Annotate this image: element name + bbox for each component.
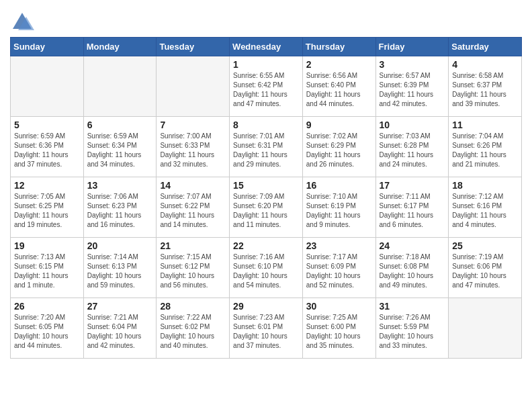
day-number: 21 <box>160 240 226 251</box>
calendar-cell: 9Sunrise: 7:02 AM Sunset: 6:29 PM Daylig… <box>302 117 375 177</box>
day-info: Sunrise: 6:56 AM Sunset: 6:40 PM Dayligh… <box>306 71 372 109</box>
day-number: 19 <box>14 240 80 251</box>
day-number: 24 <box>380 240 445 251</box>
calendar-cell: 11Sunrise: 7:04 AM Sunset: 6:26 PM Dayli… <box>449 117 522 177</box>
calendar-cell: 21Sunrise: 7:15 AM Sunset: 6:12 PM Dayli… <box>157 238 230 298</box>
weekday-header-tuesday: Tuesday <box>157 38 230 56</box>
day-number: 9 <box>306 120 372 130</box>
calendar-cell: 5Sunrise: 6:59 AM Sunset: 6:36 PM Daylig… <box>11 117 84 177</box>
calendar-cell: 4Sunrise: 6:58 AM Sunset: 6:37 PM Daylig… <box>449 56 522 117</box>
day-number: 17 <box>380 180 445 191</box>
calendar-cell: 2Sunrise: 6:56 AM Sunset: 6:40 PM Daylig… <box>302 56 375 117</box>
calendar-cell: 24Sunrise: 7:18 AM Sunset: 6:08 PM Dayli… <box>375 238 449 298</box>
day-number: 1 <box>233 59 299 70</box>
logo-icon <box>10 10 32 32</box>
day-number: 6 <box>87 120 153 130</box>
day-info: Sunrise: 6:59 AM Sunset: 6:34 PM Dayligh… <box>87 132 153 169</box>
calendar-cell: 23Sunrise: 7:17 AM Sunset: 6:09 PM Dayli… <box>302 238 375 298</box>
day-info: Sunrise: 7:25 AM Sunset: 6:00 PM Dayligh… <box>306 313 372 351</box>
calendar-cell: 28Sunrise: 7:22 AM Sunset: 6:02 PM Dayli… <box>157 298 230 359</box>
day-number: 2 <box>306 59 372 70</box>
day-number: 4 <box>452 59 518 70</box>
calendar-cell: 7Sunrise: 7:00 AM Sunset: 6:33 PM Daylig… <box>157 117 230 177</box>
day-info: Sunrise: 7:05 AM Sunset: 6:25 PM Dayligh… <box>14 192 80 230</box>
calendar-cell: 19Sunrise: 7:13 AM Sunset: 6:15 PM Dayli… <box>11 238 84 298</box>
calendar-cell: 27Sunrise: 7:21 AM Sunset: 6:04 PM Dayli… <box>83 298 157 359</box>
calendar-cell <box>11 56 84 117</box>
calendar-week-1: 1Sunrise: 6:55 AM Sunset: 6:42 PM Daylig… <box>11 56 522 117</box>
day-info: Sunrise: 7:14 AM Sunset: 6:13 PM Dayligh… <box>87 253 153 290</box>
calendar-cell: 14Sunrise: 7:07 AM Sunset: 6:22 PM Dayli… <box>157 177 230 238</box>
calendar-cell: 22Sunrise: 7:16 AM Sunset: 6:10 PM Dayli… <box>230 238 303 298</box>
day-number: 25 <box>452 240 518 251</box>
day-number: 27 <box>87 301 153 312</box>
day-info: Sunrise: 7:12 AM Sunset: 6:16 PM Dayligh… <box>452 192 518 230</box>
day-info: Sunrise: 7:02 AM Sunset: 6:29 PM Dayligh… <box>306 132 372 169</box>
calendar-cell: 13Sunrise: 7:06 AM Sunset: 6:23 PM Dayli… <box>83 177 157 238</box>
day-info: Sunrise: 7:23 AM Sunset: 6:01 PM Dayligh… <box>233 313 299 351</box>
day-number: 16 <box>306 180 372 191</box>
calendar-week-5: 26Sunrise: 7:20 AM Sunset: 6:05 PM Dayli… <box>11 298 522 359</box>
day-info: Sunrise: 7:03 AM Sunset: 6:28 PM Dayligh… <box>380 132 445 169</box>
day-number: 29 <box>233 301 299 312</box>
day-info: Sunrise: 7:22 AM Sunset: 6:02 PM Dayligh… <box>160 313 226 351</box>
calendar-cell: 15Sunrise: 7:09 AM Sunset: 6:20 PM Dayli… <box>230 177 303 238</box>
calendar-cell: 3Sunrise: 6:57 AM Sunset: 6:39 PM Daylig… <box>375 56 449 117</box>
calendar-cell: 8Sunrise: 7:01 AM Sunset: 6:31 PM Daylig… <box>230 117 303 177</box>
day-info: Sunrise: 7:15 AM Sunset: 6:12 PM Dayligh… <box>160 253 226 290</box>
day-number: 26 <box>14 301 80 312</box>
day-info: Sunrise: 7:26 AM Sunset: 5:59 PM Dayligh… <box>380 313 445 351</box>
day-number: 3 <box>380 59 445 70</box>
calendar-week-4: 19Sunrise: 7:13 AM Sunset: 6:15 PM Dayli… <box>11 238 522 298</box>
calendar-table: SundayMondayTuesdayWednesdayThursdayFrid… <box>10 37 522 359</box>
calendar-cell: 18Sunrise: 7:12 AM Sunset: 6:16 PM Dayli… <box>449 177 522 238</box>
day-number: 30 <box>306 301 372 312</box>
day-info: Sunrise: 6:57 AM Sunset: 6:39 PM Dayligh… <box>380 71 445 109</box>
day-number: 28 <box>160 301 226 312</box>
day-number: 5 <box>14 120 80 130</box>
day-info: Sunrise: 7:18 AM Sunset: 6:08 PM Dayligh… <box>380 253 445 290</box>
day-info: Sunrise: 7:00 AM Sunset: 6:33 PM Dayligh… <box>160 132 226 169</box>
day-number: 23 <box>306 240 372 251</box>
weekday-header-saturday: Saturday <box>449 38 522 56</box>
day-number: 8 <box>233 120 299 130</box>
day-number: 11 <box>452 120 518 130</box>
logo <box>10 10 34 32</box>
day-info: Sunrise: 6:55 AM Sunset: 6:42 PM Dayligh… <box>233 71 299 109</box>
day-number: 14 <box>160 180 226 191</box>
day-number: 13 <box>87 180 153 191</box>
day-number: 31 <box>380 301 445 312</box>
day-info: Sunrise: 7:06 AM Sunset: 6:23 PM Dayligh… <box>87 192 153 230</box>
day-info: Sunrise: 7:04 AM Sunset: 6:26 PM Dayligh… <box>452 132 518 169</box>
calendar-cell: 30Sunrise: 7:25 AM Sunset: 6:00 PM Dayli… <box>302 298 375 359</box>
calendar-cell: 17Sunrise: 7:11 AM Sunset: 6:17 PM Dayli… <box>375 177 449 238</box>
weekday-header-monday: Monday <box>83 38 157 56</box>
calendar-cell: 20Sunrise: 7:14 AM Sunset: 6:13 PM Dayli… <box>83 238 157 298</box>
day-info: Sunrise: 7:07 AM Sunset: 6:22 PM Dayligh… <box>160 192 226 230</box>
weekday-header-sunday: Sunday <box>11 38 84 56</box>
calendar-cell: 26Sunrise: 7:20 AM Sunset: 6:05 PM Dayli… <box>11 298 84 359</box>
calendar-week-3: 12Sunrise: 7:05 AM Sunset: 6:25 PM Dayli… <box>11 177 522 238</box>
calendar-cell: 12Sunrise: 7:05 AM Sunset: 6:25 PM Dayli… <box>11 177 84 238</box>
calendar-cell: 31Sunrise: 7:26 AM Sunset: 5:59 PM Dayli… <box>375 298 449 359</box>
day-info: Sunrise: 7:13 AM Sunset: 6:15 PM Dayligh… <box>14 253 80 290</box>
calendar-cell: 16Sunrise: 7:10 AM Sunset: 6:19 PM Dayli… <box>302 177 375 238</box>
day-number: 22 <box>233 240 299 251</box>
day-info: Sunrise: 7:01 AM Sunset: 6:31 PM Dayligh… <box>233 132 299 169</box>
day-number: 10 <box>380 120 445 130</box>
day-number: 12 <box>14 180 80 191</box>
day-info: Sunrise: 7:09 AM Sunset: 6:20 PM Dayligh… <box>233 192 299 230</box>
calendar-header: SundayMondayTuesdayWednesdayThursdayFrid… <box>11 38 522 56</box>
day-info: Sunrise: 7:16 AM Sunset: 6:10 PM Dayligh… <box>233 253 299 290</box>
day-number: 20 <box>87 240 153 251</box>
day-info: Sunrise: 6:58 AM Sunset: 6:37 PM Dayligh… <box>452 71 518 109</box>
day-info: Sunrise: 7:21 AM Sunset: 6:04 PM Dayligh… <box>87 313 153 351</box>
calendar-cell: 10Sunrise: 7:03 AM Sunset: 6:28 PM Dayli… <box>375 117 449 177</box>
calendar-cell: 1Sunrise: 6:55 AM Sunset: 6:42 PM Daylig… <box>230 56 303 117</box>
calendar-week-2: 5Sunrise: 6:59 AM Sunset: 6:36 PM Daylig… <box>11 117 522 177</box>
calendar-cell: 6Sunrise: 6:59 AM Sunset: 6:34 PM Daylig… <box>83 117 157 177</box>
day-info: Sunrise: 7:20 AM Sunset: 6:05 PM Dayligh… <box>14 313 80 351</box>
calendar-cell <box>157 56 230 117</box>
day-number: 7 <box>160 120 226 130</box>
day-info: Sunrise: 7:11 AM Sunset: 6:17 PM Dayligh… <box>380 192 445 230</box>
